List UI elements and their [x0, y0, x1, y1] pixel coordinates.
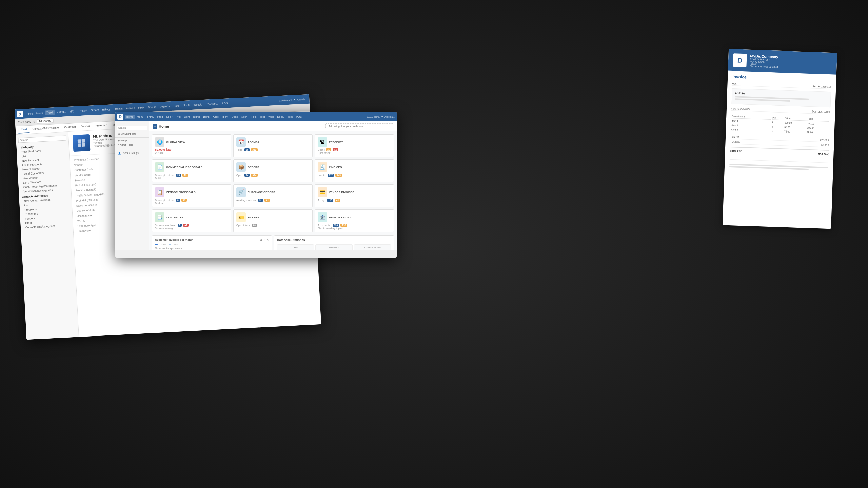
home-menu-pos[interactable]: POS [295, 115, 303, 119]
card-invoices[interactable]: 🧾 INVOICES Unpaid : 117 A45 [315, 159, 394, 182]
home-search-input[interactable] [117, 126, 147, 130]
menu-produc[interactable]: Produc. [55, 109, 67, 115]
invoice-chart: Customer Invoices per month ⊞ + ✕ 2019 2… [152, 235, 272, 250]
home-menu-accc[interactable]: Accc [211, 115, 220, 119]
vi-badge1: 110 [327, 199, 333, 202]
home-menu-web[interactable]: Web [267, 115, 275, 119]
table-header-price: Price [785, 116, 807, 121]
ba-badge1: 138 [333, 224, 339, 227]
stat-expense-reports[interactable]: Expense reports 📊 6 [354, 244, 391, 250]
menu-menu[interactable]: Menu [35, 110, 44, 115]
stat-users[interactable]: Users 👤 25 [277, 244, 314, 250]
card-orders[interactable]: 📦 ORDERS Open : 54 A24 [233, 159, 313, 182]
home-menu-ticks[interactable]: Ticks [249, 115, 258, 119]
card-purchase-orders[interactable]: 🛒 PURCHASE ORDERS Awaiting reception : 5… [233, 184, 313, 207]
menu-docum[interactable]: Docum. [146, 105, 158, 110]
home-header: ⌂ Home [149, 121, 397, 131]
orders-detail: Open : 54 A24 [236, 173, 310, 177]
menu-hrm[interactable]: HRM [137, 105, 146, 110]
menu-home[interactable]: Home [24, 111, 34, 116]
row2-qty: 2 [772, 125, 784, 129]
card-agenda[interactable]: 📅 AGENDA To do : 10 A12 [233, 134, 313, 157]
invoice-total-label: Total TTC [730, 149, 743, 153]
home-menu-docs[interactable]: Docs [230, 115, 239, 119]
proposals-icon: 📄 [155, 162, 164, 172]
menu-tools[interactable]: Tools [182, 103, 192, 107]
menu-agenda[interactable]: Agenda [159, 104, 171, 109]
po-badge1: 51 [258, 199, 263, 202]
card-tickets[interactable]: 🎫 TICKETS Open tickets : 88 [233, 209, 313, 232]
stats-grid: Users 👤 25 Members 👥 7 Expense reports 📊 [277, 244, 391, 250]
chart-close-icon[interactable]: ✕ [267, 238, 269, 241]
menu-banks[interactable]: Banks [114, 106, 124, 111]
sidebar-admin-tools[interactable]: ≡ Admin Tools [115, 143, 149, 147]
home-menu-prod[interactable]: Prod [156, 115, 164, 119]
chart-add-icon[interactable]: + [263, 238, 265, 241]
tab-card[interactable]: Card [18, 126, 30, 134]
vendor-invoices-detail: To pay : 110 A1 [318, 198, 391, 202]
projects-badge1: A2 [326, 148, 331, 151]
menu-mrp[interactable]: MRP [68, 109, 77, 114]
sidebar: Third-party New Third Party List New Pro… [16, 132, 79, 340]
home-menu-tool[interactable]: Tool [259, 115, 267, 119]
home-menu-biling[interactable]: Biling [192, 115, 201, 119]
chart-filter-icon[interactable]: ⊞ [260, 238, 262, 241]
home-menu-text[interactable]: Text [286, 115, 294, 119]
stat-members[interactable]: Members 👥 7 [315, 244, 352, 250]
proposals-badge1: 25 [176, 174, 181, 177]
menu-websit[interactable]: Websit... [192, 102, 205, 107]
legend-2019-label: 2019 [160, 243, 166, 246]
tab-projects[interactable]: Projects 0 [93, 122, 111, 130]
menu-project[interactable]: Project [77, 108, 89, 113]
dashboard-icon: ⊞ [118, 133, 120, 135]
menu-actives[interactable]: Actives [125, 106, 136, 111]
sidebar-users-groups[interactable]: 👤 Users & Groups [115, 151, 149, 156]
home-menu-proj[interactable]: Proj [175, 115, 182, 119]
home-menu-home[interactable]: Home [125, 115, 135, 119]
home-menu-menu[interactable]: Menu [135, 115, 145, 119]
menu-pos[interactable]: POS [220, 101, 229, 106]
breadcrumb-parent[interactable]: Third-party [18, 120, 31, 124]
card-vendor-invoices[interactable]: 💳 VENDOR INVOICES To pay : 110 A1 [315, 184, 394, 207]
menu-orders[interactable]: Orders [89, 108, 100, 113]
card-bank-account[interactable]: 🏦 BANK ACCOUNT To reconcile : 138 A10 Ch… [315, 209, 394, 232]
home-menu-hrm[interactable]: HRM [221, 115, 230, 119]
sidebar-my-dashboard[interactable]: ⊞ My Dashboard [115, 131, 149, 136]
card-commercial-proposals[interactable]: 📄 COMMERCIAL PROPOSALS To accept | refus… [152, 159, 231, 182]
invoice-window: D MyBigCompany 12 AP 54189-7254 MyCity 1… [723, 49, 837, 229]
chart-title: Customer Invoices per month ⊞ + ✕ [155, 238, 269, 241]
home-menu-dobil[interactable]: DobiL [276, 115, 286, 119]
invoice-ref-row: Ref : Ref : FA1389-11a [732, 82, 831, 89]
orders-title: ORDERS [248, 166, 259, 169]
home-topbar: D Home Menu Third. Prod MRP Proj Com Bil… [115, 112, 397, 121]
invoice-total-row: Total TTC 330.00 € [730, 147, 829, 156]
widget-add-input[interactable] [326, 123, 393, 129]
home-menu-third[interactable]: Third. [145, 115, 155, 119]
tickets-title: TICKETS [248, 216, 259, 219]
home-title-text: Home [159, 124, 169, 128]
users-icon: 👤 [118, 152, 121, 154]
menu-dobidir[interactable]: DobiDir... [206, 101, 220, 106]
tab-customer[interactable]: Customer [61, 124, 79, 131]
menu-ticket[interactable]: Ticket [172, 103, 182, 108]
card-projects[interactable]: 🏗 PROJECTS Open : A2 A1 Open tasks : [315, 134, 394, 157]
card-vendor-proposals[interactable]: 📋 VENDOR PROPOSALS To accept | refuse : … [152, 184, 231, 207]
sidebar-search-input[interactable] [18, 135, 66, 143]
tab-contacts[interactable]: Contacts/Addresses 0 [29, 125, 62, 133]
legend-2019 [155, 244, 158, 245]
invoice-date-label: Date : 15/01/2024 [731, 107, 750, 110]
home-menu-mrp[interactable]: MRP [165, 115, 174, 119]
bank-account-detail: To reconcile : 138 A10 [318, 223, 391, 227]
menu-billing[interactable]: Billing... [101, 107, 113, 112]
menu-third[interactable]: Third. [45, 110, 55, 115]
sidebar-search-container [18, 134, 66, 143]
tab-vendor[interactable]: Vendor [79, 123, 93, 130]
row3-total: 75.00 [807, 130, 829, 135]
home-menu-com[interactable]: Com [183, 115, 191, 119]
chart-legend: 2019 2020 [155, 243, 269, 246]
card-global-view[interactable]: 🌐 GLOBAL VIEW 52.00% late 247 late [152, 134, 231, 157]
home-menu-bank[interactable]: Bank [202, 115, 211, 119]
card-contracts[interactable]: 📑 CONTRACTS Services to activate : 5 A1 … [152, 209, 231, 232]
purchase-orders-detail: Awaiting reception : 51 A1 [236, 198, 310, 202]
home-menu-ager[interactable]: Ager [240, 115, 248, 119]
